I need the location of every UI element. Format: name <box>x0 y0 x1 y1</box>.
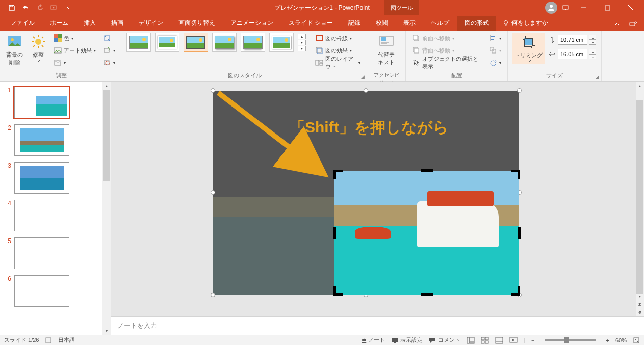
height-input[interactable] <box>558 35 587 45</box>
crop-handle-w[interactable] <box>333 227 336 239</box>
tab-draw[interactable]: 描画 <box>104 16 131 31</box>
artistic-effects-button[interactable]: アート効果 ▾ <box>51 45 98 56</box>
close-button[interactable] <box>621 1 641 15</box>
tab-insert[interactable]: 挿入 <box>76 16 103 31</box>
share-button[interactable] <box>626 17 641 31</box>
crop-button[interactable]: トリミング <box>512 33 545 64</box>
qat-customize-icon[interactable] <box>62 1 75 14</box>
tab-slideshow[interactable]: スライド ショー <box>281 16 340 31</box>
width-input[interactable] <box>558 49 587 59</box>
tab-home[interactable]: ホーム <box>43 16 75 31</box>
slideshow-button[interactable] <box>509 337 518 344</box>
scrollbar-thumb[interactable] <box>103 90 110 181</box>
compress-pictures-button[interactable] <box>101 33 117 44</box>
width-up[interactable]: ▴ <box>589 49 596 54</box>
tab-transitions[interactable]: 画面切り替え <box>171 16 222 31</box>
slide-counter[interactable]: スライド 1/26 <box>4 336 39 344</box>
height-down[interactable]: ▾ <box>589 40 596 45</box>
resize-handle-sw[interactable] <box>211 293 215 297</box>
zoom-slider[interactable] <box>545 339 596 341</box>
canvas-scrollbar[interactable]: ▴ ▾ ⯭ ⯯ <box>636 82 644 316</box>
tab-picture-format[interactable]: 図の形式 <box>457 16 496 31</box>
next-slide-button[interactable]: ⯯ <box>636 308 644 316</box>
slide-canvas[interactable]: 「Shift」を押しながら ▴ ▾ ⯭ ⯯ <box>111 82 644 316</box>
crop-handle-n[interactable] <box>421 169 433 172</box>
style-thumb[interactable] <box>269 33 294 52</box>
scroll-down-button[interactable]: ▾ <box>102 327 111 335</box>
color-button[interactable]: 色 ▾ <box>51 33 98 44</box>
start-from-beginning-button[interactable] <box>48 1 61 14</box>
bring-forward-button[interactable]: 前面へ移動 ▾ <box>410 33 484 44</box>
style-thumb[interactable] <box>155 33 179 52</box>
undo-button[interactable] <box>19 1 33 14</box>
crop-handle-s[interactable] <box>421 293 433 296</box>
send-backward-button[interactable]: 背面へ移動 ▾ <box>410 45 484 56</box>
gallery-more-button[interactable]: ▾ <box>298 46 306 51</box>
spellcheck-icon[interactable] <box>45 337 52 344</box>
maximize-button[interactable] <box>597 1 617 15</box>
styles-dialog-launcher[interactable]: ◢ <box>359 74 366 80</box>
reading-view-button[interactable] <box>495 337 503 344</box>
notes-pane[interactable]: ノートを入力 <box>111 316 644 335</box>
crop-handle-e[interactable] <box>518 227 521 239</box>
alt-text-button[interactable]: 代替テ キスト <box>376 33 397 67</box>
style-thumb[interactable] <box>126 33 151 52</box>
thumbnail-item[interactable]: 6 <box>4 275 100 307</box>
thumbnail-item[interactable]: 4 <box>4 200 100 231</box>
tab-review[interactable]: 校閲 <box>369 16 395 31</box>
style-thumb[interactable] <box>241 33 265 52</box>
picture-layout-button[interactable]: 図のレイアウト ▾ <box>313 57 363 68</box>
minimize-button[interactable] <box>574 1 594 15</box>
tab-file[interactable]: ファイル <box>3 16 42 31</box>
selection-pane-button[interactable]: オブジェクトの選択と表示 <box>410 57 484 68</box>
prev-slide-button[interactable]: ⯭ <box>636 300 644 308</box>
notes-toggle[interactable]: ≐ノート <box>362 336 385 344</box>
reset-picture-button[interactable]: ▾ <box>101 57 117 68</box>
ribbon-display-options-icon[interactable] <box>560 3 571 13</box>
display-settings[interactable]: 表示設定 <box>391 336 423 344</box>
gallery-down-button[interactable]: ▾ <box>298 40 306 45</box>
remove-background-button[interactable]: 背景の 削除 <box>4 33 25 67</box>
change-picture-button[interactable]: ▾ <box>101 45 117 56</box>
width-down[interactable]: ▾ <box>589 54 596 59</box>
tab-record[interactable]: 記録 <box>341 16 368 31</box>
crop-region[interactable] <box>334 171 519 295</box>
align-button[interactable]: ▾ <box>487 33 503 44</box>
zoom-in-button[interactable]: + <box>606 337 609 343</box>
tab-help[interactable]: ヘルプ <box>424 16 456 31</box>
tab-design[interactable]: デザイン <box>132 16 170 31</box>
comments-toggle[interactable]: コメント <box>429 336 460 344</box>
height-up[interactable]: ▴ <box>589 35 596 40</box>
corrections-button[interactable]: 修整 <box>28 33 48 63</box>
slide-sorter-button[interactable] <box>481 337 489 344</box>
scroll-up-button[interactable]: ▴ <box>102 82 111 90</box>
transparency-button[interactable]: ▾ <box>51 57 98 68</box>
fit-to-window-button[interactable] <box>633 337 640 344</box>
resize-handle-w[interactable] <box>211 190 215 195</box>
rotate-button[interactable]: ▾ <box>487 57 503 68</box>
picture-effects-button[interactable]: 図の効果 ▾ <box>313 45 363 56</box>
language-status[interactable]: 日本語 <box>58 336 75 344</box>
thumbnail-item[interactable]: 1 <box>4 87 100 118</box>
group-button[interactable]: ▾ <box>487 45 503 56</box>
thumbnail-item[interactable]: 2 <box>4 124 100 156</box>
redo-button[interactable] <box>34 1 47 14</box>
gallery-up-button[interactable]: ▴ <box>298 34 306 39</box>
normal-view-button[interactable] <box>467 337 475 344</box>
zoom-out-button[interactable]: − <box>531 337 534 343</box>
save-button[interactable] <box>5 1 18 14</box>
collapse-ribbon-button[interactable] <box>609 18 625 31</box>
canvas-scroll-thumb[interactable] <box>636 100 643 294</box>
picture-border-button[interactable]: 図の枠線 ▾ <box>313 33 363 44</box>
thumbnail-item[interactable]: 3 <box>4 162 100 194</box>
account-avatar[interactable] <box>545 2 557 14</box>
style-thumb[interactable] <box>212 33 237 52</box>
size-dialog-launcher[interactable]: ◢ <box>594 74 600 80</box>
zoom-slider-thumb[interactable] <box>564 337 569 343</box>
tell-me-search[interactable]: 何をしますか <box>497 16 553 31</box>
zoom-percent[interactable]: 60% <box>615 337 627 343</box>
canvas-scroll-up[interactable]: ▴ <box>636 82 644 90</box>
thumbnail-item[interactable]: 5 <box>4 237 100 269</box>
resize-handle-n[interactable] <box>364 88 368 93</box>
tab-animations[interactable]: アニメーション <box>223 16 280 31</box>
